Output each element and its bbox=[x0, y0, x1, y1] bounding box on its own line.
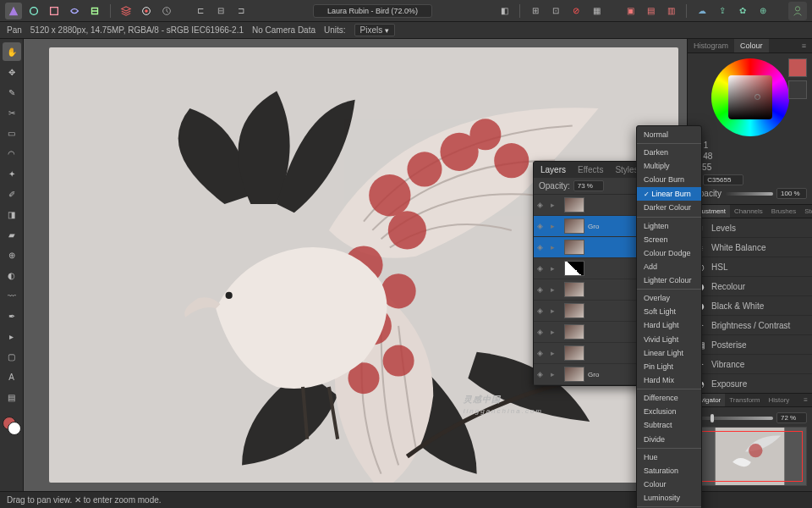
opacity-slider[interactable] bbox=[725, 192, 773, 196]
help-icon[interactable]: ⊕ bbox=[754, 3, 771, 19]
blend-mode-divide[interactable]: Divide bbox=[637, 433, 701, 446]
adjustment-brightness-contrast[interactable]: ✦Brightness / Contrast bbox=[688, 316, 812, 335]
tab-brushes[interactable]: Brushes bbox=[767, 205, 800, 218]
tab-history[interactable]: History bbox=[764, 394, 793, 406]
blend-mode-difference[interactable]: Difference bbox=[637, 391, 701, 405]
fill-tool[interactable]: ▰ bbox=[3, 225, 21, 244]
pen-tool[interactable]: ✒ bbox=[3, 306, 21, 325]
layer-opacity-value[interactable]: 73 % bbox=[573, 180, 604, 191]
share-icon[interactable]: ⇪ bbox=[714, 3, 731, 19]
persona-3-icon[interactable] bbox=[66, 3, 83, 19]
colour-wheel[interactable] bbox=[711, 58, 789, 136]
layer-expand-icon[interactable]: ▸ bbox=[551, 222, 561, 230]
blend-mode-hue[interactable]: Hue bbox=[637, 450, 701, 464]
units-select[interactable]: Pixels ▾ bbox=[354, 24, 395, 36]
move-tool[interactable]: ✥ bbox=[3, 63, 21, 81]
app-logo-icon[interactable] bbox=[5, 3, 22, 19]
primary-swatch[interactable] bbox=[788, 58, 807, 77]
account-icon[interactable] bbox=[788, 2, 807, 20]
layer-expand-icon[interactable]: ▸ bbox=[551, 243, 561, 251]
layer-visibility-toggle[interactable]: ◈ bbox=[537, 285, 547, 294]
dodge-burn-tool[interactable]: ◐ bbox=[3, 266, 21, 284]
blend-mode-soft-light[interactable]: Soft Light bbox=[637, 305, 701, 318]
adjustment-exposure[interactable]: ◔Exposure bbox=[688, 374, 812, 393]
adjustment-recolour[interactable]: ◑Recolour bbox=[688, 277, 812, 296]
persona-1-icon[interactable] bbox=[25, 3, 42, 19]
tab-layers[interactable]: Layers bbox=[537, 163, 569, 176]
navigator-viewport-rect[interactable] bbox=[697, 431, 803, 482]
colour-picker-indicator[interactable] bbox=[754, 94, 760, 100]
layer-visibility-toggle[interactable]: ◈ bbox=[537, 222, 547, 230]
shape-tool[interactable]: ▢ bbox=[3, 347, 21, 366]
blend-mode-hard-light[interactable]: Hard Light bbox=[637, 318, 701, 332]
document-title[interactable]: Laura Rubin - Bird (72.0%) bbox=[313, 4, 432, 18]
flood-select-tool[interactable]: ✦ bbox=[3, 164, 21, 183]
layer-stack-icon[interactable] bbox=[118, 3, 134, 19]
blend-mode-exclusion[interactable]: Exclusion bbox=[637, 405, 701, 418]
layer-visibility-toggle[interactable]: ◈ bbox=[537, 201, 547, 209]
zoom-slider[interactable] bbox=[693, 417, 773, 420]
blend-mode-darken[interactable]: Darken bbox=[637, 146, 701, 159]
align-center-icon[interactable]: ⊟ bbox=[212, 3, 229, 19]
eraser-tool[interactable]: ◨ bbox=[3, 205, 21, 224]
blend-mode-colour-burn[interactable]: Colour Burn bbox=[637, 173, 701, 186]
crop-tool[interactable]: ✂ bbox=[3, 103, 21, 122]
blend-mode-add[interactable]: Add bbox=[637, 260, 701, 273]
selection-tool[interactable]: ▭ bbox=[3, 124, 21, 142]
blend-mode-luminosity[interactable]: Luminosity bbox=[637, 491, 701, 505]
blend-mode-lighten[interactable]: Lighten bbox=[637, 219, 701, 233]
colour-picker-tool[interactable]: ✎ bbox=[3, 83, 21, 102]
adjustment-hsl[interactable]: ◐HSL bbox=[688, 257, 812, 277]
lasso-tool[interactable]: ◠ bbox=[3, 144, 21, 163]
blend-mode-screen[interactable]: Screen bbox=[637, 233, 701, 246]
layer-visibility-toggle[interactable]: ◈ bbox=[537, 328, 547, 336]
blend-mode-normal[interactable]: Normal bbox=[637, 128, 701, 141]
tab-colour[interactable]: Colour bbox=[734, 39, 769, 52]
blend-mode-colour-dodge[interactable]: Colour Dodge bbox=[637, 246, 701, 260]
tab-effects[interactable]: Effects bbox=[574, 163, 606, 176]
layer-expand-icon[interactable]: ▸ bbox=[551, 328, 561, 336]
hand-tool[interactable]: ✋ bbox=[3, 42, 21, 61]
arrange-1-icon[interactable]: ▣ bbox=[622, 3, 639, 19]
cloud-icon[interactable]: ☁ bbox=[694, 3, 710, 19]
smudge-tool[interactable]: 〰 bbox=[3, 286, 21, 305]
layer-visibility-toggle[interactable]: ◈ bbox=[537, 264, 547, 273]
clone-tool[interactable]: ⊕ bbox=[3, 246, 21, 264]
colour-chooser-icon[interactable] bbox=[138, 3, 155, 19]
navigator-preview[interactable] bbox=[693, 427, 807, 486]
assistant-icon[interactable] bbox=[158, 3, 175, 19]
blend-mode-hard-mix[interactable]: Hard Mix bbox=[637, 373, 701, 387]
colour-box[interactable] bbox=[728, 75, 772, 119]
secondary-swatch[interactable] bbox=[788, 80, 807, 99]
adjustment-levels[interactable]: ≡Levels bbox=[688, 218, 812, 238]
zoom-value[interactable]: 72 % bbox=[776, 412, 807, 423]
layer-expand-icon[interactable]: ▸ bbox=[551, 370, 561, 378]
gradient-tool[interactable]: ▤ bbox=[3, 388, 21, 406]
layer-expand-icon[interactable]: ▸ bbox=[551, 201, 561, 209]
persona-2-icon[interactable] bbox=[46, 3, 63, 19]
blend-mode-colour[interactable]: Colour bbox=[637, 478, 701, 491]
align-right-icon[interactable]: ⊐ bbox=[233, 3, 250, 19]
blend-mode-linear-light[interactable]: Linear Light bbox=[637, 346, 701, 360]
layer-expand-icon[interactable]: ▸ bbox=[551, 349, 561, 357]
snap-1-icon[interactable]: ⊞ bbox=[527, 3, 544, 19]
align-left-icon[interactable]: ⊏ bbox=[192, 3, 209, 19]
blend-mode-subtract[interactable]: Subtract bbox=[637, 418, 701, 432]
layer-visibility-toggle[interactable]: ◈ bbox=[537, 349, 547, 357]
tab-stock[interactable]: Stock bbox=[800, 205, 812, 218]
adjustment-vibrance[interactable]: ✦Vibrance bbox=[688, 355, 812, 374]
node-tool[interactable]: ▸ bbox=[3, 327, 21, 345]
snap-4-icon[interactable]: ▦ bbox=[588, 3, 605, 19]
blend-mode-linear-burn[interactable]: Linear Burn bbox=[637, 187, 701, 202]
layer-expand-icon[interactable]: ▸ bbox=[551, 285, 561, 294]
layer-expand-icon[interactable]: ▸ bbox=[551, 264, 561, 273]
blend-mode-saturation[interactable]: Saturation bbox=[637, 464, 701, 478]
adjustment-black-white[interactable]: ◑Black & White bbox=[688, 296, 812, 316]
settings-gear-icon[interactable]: ✿ bbox=[734, 3, 751, 19]
adjustment-white-balance[interactable]: ☼White Balance bbox=[688, 238, 812, 257]
blend-mode-overlay[interactable]: Overlay bbox=[637, 291, 701, 305]
tab-histogram[interactable]: Histogram bbox=[688, 39, 734, 52]
panel-menu-icon[interactable]: ≡ bbox=[796, 39, 812, 52]
brush-tool[interactable]: ✐ bbox=[3, 185, 21, 203]
layer-visibility-toggle[interactable]: ◈ bbox=[537, 243, 547, 251]
